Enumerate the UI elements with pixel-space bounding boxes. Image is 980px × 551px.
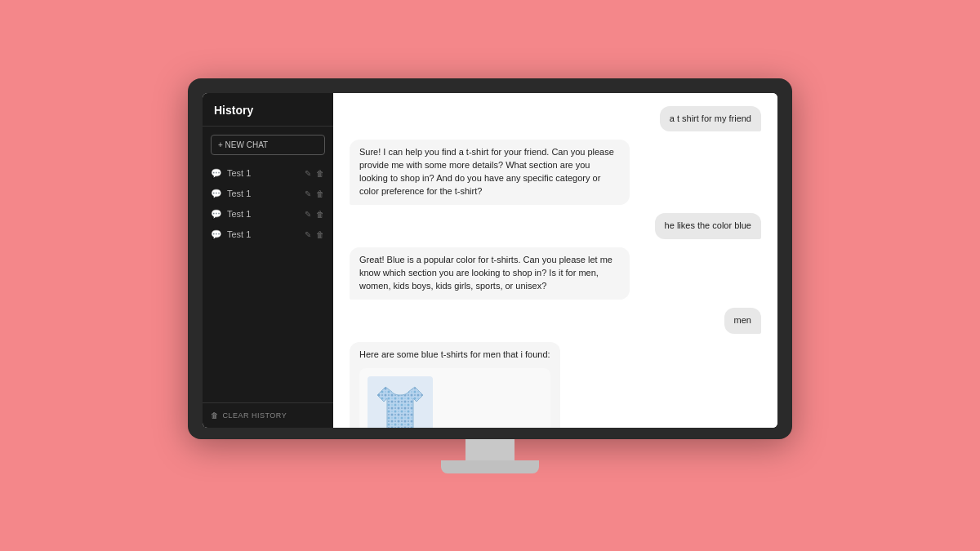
chat-icon: 💬 [211,189,222,199]
bot-message-row: Great! Blue is a popular color for t-shi… [350,247,761,300]
delete-chat-button[interactable]: 🗑 [315,229,325,240]
chat-main: a t shirt for my friendSure! I can help … [333,93,777,428]
monitor-wrapper: History + NEW CHAT 💬 Test 1 ✎ 🗑 💬 Test 1… [188,78,792,473]
bot-message-row: Sure! I can help you find a t-shirt for … [350,140,761,205]
bot-message-bubble: Sure! I can help you find a t-shirt for … [350,140,630,205]
sidebar: History + NEW CHAT 💬 Test 1 ✎ 🗑 💬 Test 1… [203,93,333,428]
product-card[interactable]: - T-shirt in patterned cotton jersey. [359,368,550,428]
clear-icon: 🗑 [211,411,219,420]
sidebar-title: History [214,104,253,117]
chat-item-label: Test 1 [227,209,299,219]
product-image [368,376,433,428]
sidebar-footer: 🗑 CLEAR HISTORY [203,402,333,428]
chat-item-actions: ✎ 🗑 [304,189,325,199]
edit-chat-button[interactable]: ✎ [304,189,312,199]
edit-chat-button[interactable]: ✎ [304,168,312,179]
chat-icon: 💬 [211,168,222,179]
chat-list-item[interactable]: 💬 Test 1 ✎ 🗑 [203,163,333,184]
monitor-stand-base [441,460,539,473]
monitor-screen: History + NEW CHAT 💬 Test 1 ✎ 🗑 💬 Test 1… [203,93,777,428]
bot-message-bubble: Great! Blue is a popular color for t-shi… [350,247,630,300]
chat-list-item[interactable]: 💬 Test 1 ✎ 🗑 [203,224,333,245]
chat-icon: 💬 [211,229,222,240]
chat-item-actions: ✎ 🗑 [304,168,325,179]
product-intro: Here are some blue t-shirts for men that… [359,349,550,362]
chat-item-label: Test 1 [227,189,299,198]
chat-item-label: Test 1 [227,168,299,178]
edit-chat-button[interactable]: ✎ [304,229,312,240]
chat-item-actions: ✎ 🗑 [304,209,325,220]
user-message-bubble: he likes the color blue [655,213,761,239]
monitor-stand-neck [466,439,514,460]
user-message-bubble: men [724,308,761,334]
delete-chat-button[interactable]: 🗑 [315,189,325,199]
user-message-row: a t shirt for my friend [350,106,761,132]
chat-item-actions: ✎ 🗑 [304,229,325,240]
monitor-body: History + NEW CHAT 💬 Test 1 ✎ 🗑 💬 Test 1… [188,78,792,439]
delete-chat-button[interactable]: 🗑 [315,168,325,179]
delete-chat-button[interactable]: 🗑 [315,209,325,220]
product-message-row: Here are some blue t-shirts for men that… [350,342,761,428]
edit-chat-button[interactable]: ✎ [304,209,312,220]
messages-area: a t shirt for my friendSure! I can help … [333,93,777,428]
sidebar-header: History [203,93,333,127]
user-message-bubble: a t shirt for my friend [660,106,761,132]
user-message-row: men [350,308,761,334]
chat-list-item[interactable]: 💬 Test 1 ✎ 🗑 [203,184,333,204]
chat-list-item[interactable]: 💬 Test 1 ✎ 🗑 [203,204,333,224]
product-message-bubble: Here are some blue t-shirts for men that… [350,342,560,428]
new-chat-button[interactable]: + NEW CHAT [211,135,325,155]
chat-icon: 💬 [211,209,222,220]
user-message-row: he likes the color blue [350,213,761,239]
clear-history-button[interactable]: 🗑 CLEAR HISTORY [211,411,287,420]
chat-item-label: Test 1 [227,229,299,239]
chat-list: 💬 Test 1 ✎ 🗑 💬 Test 1 ✎ 🗑 💬 Test 1 ✎ 🗑 💬… [203,160,333,402]
